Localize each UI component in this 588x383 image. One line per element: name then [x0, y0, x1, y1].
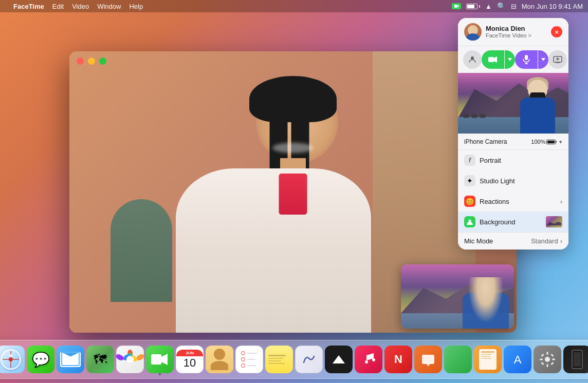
contact-subtitle: FaceTime Video > — [486, 32, 531, 39]
video-on-button[interactable] — [482, 50, 504, 69]
dock-icon-keynote[interactable] — [414, 346, 442, 373]
contact-avatar — [464, 23, 482, 41]
svg-text:A: A — [514, 353, 522, 366]
dock-icon-freeform[interactable] — [295, 346, 323, 373]
hair-top — [249, 76, 337, 122]
dock-icon-pages[interactable] — [474, 346, 502, 373]
svg-point-2 — [471, 56, 474, 60]
turtleneck — [279, 174, 307, 215]
menubar-window[interactable]: Window — [97, 3, 121, 10]
control-center-icon[interactable]: ⊟ — [511, 3, 517, 10]
dock-icon-photos[interactable] — [116, 346, 144, 373]
svg-rect-18 — [547, 352, 548, 355]
mic-mode-row[interactable]: Mic Mode Standard › — [458, 232, 568, 250]
dock-icon-reminders[interactable] — [235, 346, 263, 373]
share-screen-button[interactable] — [548, 50, 567, 69]
facetime-window — [69, 51, 517, 333]
dock-icon-appletv[interactable] — [325, 346, 353, 373]
svg-rect-24 — [541, 362, 544, 365]
panel-header-left: Monica Dien FaceTime Video > — [464, 23, 531, 41]
dock-icon-contacts[interactable] — [206, 346, 233, 373]
main-video-area — [69, 51, 517, 333]
calendar-day: 10 — [183, 356, 196, 370]
menubar-right: ▲ 🔍 ⊟ Mon Jun 10 9:41 AM — [452, 2, 583, 10]
dock-icon-safari[interactable] — [0, 346, 25, 373]
svg-marker-15 — [333, 355, 345, 363]
facetime-active-dot — [159, 373, 161, 375]
reactions-label: Reactions — [480, 198, 560, 205]
mic-button-group[interactable] — [515, 50, 548, 69]
dock-icon-numbers[interactable] — [444, 346, 472, 373]
window-traffic-lights — [77, 58, 106, 65]
camera-row[interactable]: iPhone Camera 100% ▾ — [458, 134, 568, 149]
menubar-time: Mon Jun 10 9:41 AM — [522, 3, 583, 10]
self-preview-video — [401, 264, 514, 329]
menubar-app-name[interactable]: FaceTime — [13, 3, 44, 10]
caller-shirt — [520, 98, 555, 133]
contact-name: Monica Dien — [486, 25, 531, 33]
search-icon[interactable]: 🔍 — [497, 2, 506, 10]
dock-icon-appstore[interactable]: A — [504, 346, 531, 373]
studio-light-label: Studio Light — [480, 177, 562, 185]
video-dropdown-button[interactable] — [505, 50, 515, 69]
menu-item-background[interactable]: Background — [458, 212, 568, 232]
svg-marker-1 — [457, 5, 458, 8]
menubar-help[interactable]: Help — [129, 3, 143, 10]
contact-info: Monica Dien FaceTime Video > — [486, 25, 531, 40]
smile-highlight — [272, 143, 314, 153]
svg-marker-14 — [161, 354, 168, 365]
dock-icon-music[interactable] — [355, 346, 382, 373]
minimize-button[interactable] — [88, 58, 95, 65]
background-label: Background — [480, 218, 546, 226]
mic-mode-value: Standard — [531, 237, 558, 245]
dock-icon-facetime[interactable] — [146, 346, 174, 373]
dock-icon-notes[interactable] — [265, 346, 293, 373]
svg-rect-20 — [540, 359, 543, 360]
camera-panel: iPhone Camera 100% ▾ f Portrait — [458, 133, 568, 250]
chair — [111, 199, 172, 302]
mic-on-button[interactable] — [515, 50, 538, 69]
people-button[interactable] — [463, 50, 482, 69]
battery-indicator — [466, 4, 480, 9]
menu-item-portrait[interactable]: f Portrait — [458, 150, 568, 170]
video-button-group[interactable] — [482, 50, 515, 69]
svg-rect-21 — [552, 359, 555, 360]
svg-rect-25 — [550, 362, 554, 365]
mic-dropdown-button[interactable] — [538, 50, 548, 69]
menu-item-reactions[interactable]: 😊 Reactions › — [458, 191, 568, 212]
studio-light-icon: ✦ — [464, 175, 475, 186]
control-buttons-row — [458, 46, 568, 73]
camera-battery: 100% — [531, 139, 557, 145]
dock-icon-messages[interactable]: 💬 — [27, 346, 54, 373]
caller-video-thumbnail — [458, 73, 568, 133]
mic-mode-label: Mic Mode — [464, 237, 531, 245]
dock-icon-calendar[interactable]: JUN 10 — [176, 346, 204, 373]
dock-icon-mail[interactable] — [57, 346, 84, 373]
svg-rect-13 — [151, 354, 161, 365]
panel-header: Monica Dien FaceTime Video > × — [458, 18, 568, 46]
shirt — [176, 168, 371, 333]
calendar-month: JUN — [176, 350, 203, 356]
portrait-icon: f — [464, 155, 475, 166]
avatar-body — [466, 33, 480, 41]
reactions-arrow: › — [560, 198, 562, 205]
dock-icon-iphone-mirroring[interactable] — [563, 346, 588, 373]
panel-close-button[interactable]: × — [551, 26, 562, 37]
dock-icon-news[interactable]: N — [384, 346, 412, 373]
control-panel: Monica Dien FaceTime Video > × — [458, 18, 568, 250]
reactions-icon: 😊 — [464, 196, 475, 207]
svg-marker-4 — [494, 56, 497, 63]
dock-icon-system-preferences[interactable] — [534, 346, 561, 373]
menu-items-list: f Portrait ✦ Studio Light 😊 Reactions › — [458, 149, 568, 232]
maximize-button[interactable] — [99, 58, 106, 65]
dock-icon-maps[interactable]: 🗺 — [86, 346, 114, 373]
svg-rect-0 — [454, 5, 457, 8]
camera-chevron: ▾ — [559, 139, 562, 145]
menubar-edit[interactable]: Edit — [52, 3, 64, 10]
wifi-icon: ▲ — [485, 3, 492, 10]
battery-percent: 100% — [531, 139, 545, 145]
menu-item-studio-light[interactable]: ✦ Studio Light — [458, 170, 568, 191]
caller-stones — [463, 114, 486, 118]
menubar-video[interactable]: Video — [72, 3, 89, 10]
close-button[interactable] — [77, 58, 84, 65]
